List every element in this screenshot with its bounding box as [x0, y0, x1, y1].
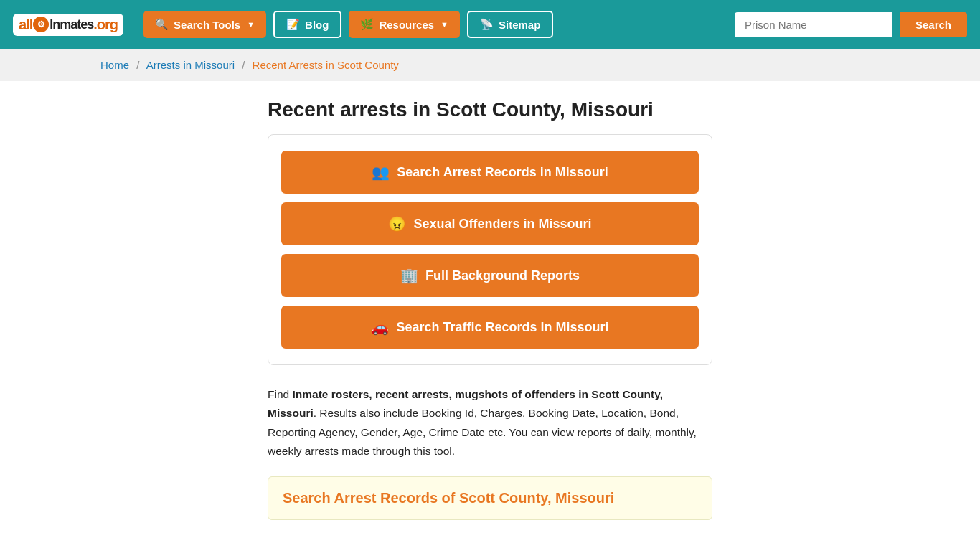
- background-reports-icon: 🏢: [400, 267, 418, 284]
- search-tools-button[interactable]: 🔍 Search Tools ▼: [143, 11, 266, 38]
- prison-name-input[interactable]: [735, 12, 892, 37]
- breadcrumb-sep-1: /: [136, 59, 139, 71]
- search-tools-label: Search Tools: [174, 19, 240, 31]
- breadcrumb: Home / Arrests in Missouri / Recent Arre…: [0, 49, 980, 81]
- chevron-down-icon: ▼: [247, 20, 255, 29]
- background-reports-button[interactable]: 🏢 Full Background Reports: [281, 254, 699, 297]
- search-arrest-records-button[interactable]: 👥 Search Arrest Records in Missouri: [281, 151, 699, 194]
- logo-text-all: all: [19, 17, 32, 33]
- resources-icon: 🌿: [360, 18, 374, 31]
- sitemap-button[interactable]: 📡 Sitemap: [467, 11, 553, 38]
- traffic-records-icon: 🚗: [371, 319, 389, 336]
- breadcrumb-home[interactable]: Home: [100, 59, 129, 71]
- logo-text-inmates: Inmates: [50, 17, 93, 32]
- sitemap-label: Sitemap: [499, 19, 540, 31]
- sexual-offenders-icon: 😠: [388, 215, 406, 232]
- logo-text-org: .org: [93, 17, 118, 33]
- navbar-search-button[interactable]: Search: [900, 12, 967, 37]
- traffic-records-button[interactable]: 🚗 Search Traffic Records In Missouri: [281, 306, 699, 349]
- sitemap-icon: 📡: [480, 18, 494, 31]
- resources-label: Resources: [379, 19, 434, 31]
- navbar-search-label: Search: [915, 19, 951, 31]
- logo-icon: ⚙: [33, 17, 49, 32]
- logo[interactable]: all⚙Inmates.org: [13, 14, 123, 36]
- yellow-section-heading: Search Arrest Records of Scott County, M…: [283, 490, 697, 507]
- chevron-down-icon-resources: ▼: [440, 20, 448, 29]
- traffic-records-label: Search Traffic Records In Missouri: [396, 320, 608, 335]
- desc-suffix: . Results also include Booking Id, Charg…: [268, 407, 697, 457]
- breadcrumb-arrests-missouri[interactable]: Arrests in Missouri: [146, 59, 235, 71]
- arrest-records-icon: 👥: [372, 164, 390, 181]
- breadcrumb-sep-2: /: [242, 59, 245, 71]
- desc-prefix: Find: [268, 388, 292, 400]
- blog-label: Blog: [305, 19, 329, 31]
- navbar: all⚙Inmates.org 🔍 Search Tools ▼ 📝 Blog …: [0, 0, 980, 49]
- page-title: Recent arrests in Scott County, Missouri: [268, 98, 712, 121]
- main-content: Recent arrests in Scott County, Missouri…: [167, 81, 813, 549]
- resources-button[interactable]: 🌿 Resources ▼: [349, 11, 460, 38]
- blog-icon: 📝: [286, 18, 300, 31]
- background-reports-label: Full Background Reports: [425, 268, 580, 283]
- breadcrumb-current: Recent Arrests in Scott County: [253, 59, 399, 71]
- yellow-section: Search Arrest Records of Scott County, M…: [268, 476, 712, 520]
- blog-button[interactable]: 📝 Blog: [273, 11, 341, 38]
- description-text: Find Inmate rosters, recent arrests, mug…: [268, 385, 712, 461]
- sexual-offenders-button[interactable]: 😠 Sexual Offenders in Missouri: [281, 202, 699, 245]
- search-tools-icon: 🔍: [155, 18, 169, 31]
- sexual-offenders-label: Sexual Offenders in Missouri: [413, 217, 591, 232]
- action-box: 👥 Search Arrest Records in Missouri 😠 Se…: [268, 134, 712, 365]
- navbar-search-area: Search: [735, 12, 967, 37]
- search-arrest-records-label: Search Arrest Records in Missouri: [397, 165, 608, 180]
